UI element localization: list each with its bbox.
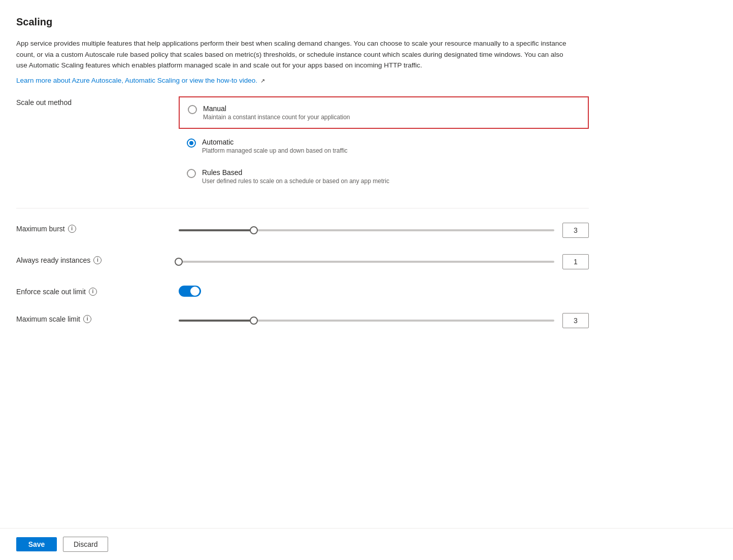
enforce-scale-out-toggle[interactable]: [179, 286, 201, 297]
scale-out-method-row: Scale out method Manual Maintain a const…: [16, 96, 589, 192]
enforce-scale-out-toggle-container: [179, 286, 589, 297]
always-ready-info-icon[interactable]: i: [93, 256, 102, 264]
maximum-burst-info-icon[interactable]: i: [68, 225, 76, 233]
maximum-burst-slider-row: 3: [179, 223, 589, 238]
maximum-burst-label: Maximum burst i: [16, 223, 179, 233]
bottom-bar: Save Discard: [0, 528, 733, 560]
radio-automatic-desc: Platform managed scale up and down based…: [202, 147, 348, 154]
maximum-burst-value[interactable]: 3: [562, 223, 589, 238]
radio-manual[interactable]: [188, 105, 197, 114]
maximum-scale-limit-control: 3: [179, 313, 589, 328]
external-link-icon: ↗: [260, 78, 265, 84]
radio-rules-based-label: Rules Based: [202, 168, 389, 177]
scale-out-control: Manual Maintain a constant instance coun…: [179, 96, 589, 192]
radio-option-manual[interactable]: Manual Maintain a constant instance coun…: [179, 96, 589, 129]
save-button[interactable]: Save: [16, 537, 57, 551]
enforce-scale-out-info-icon[interactable]: i: [89, 288, 97, 296]
maximum-scale-limit-row: Maximum scale limit i 3: [16, 313, 589, 328]
radio-manual-label: Manual: [203, 104, 350, 113]
always-ready-row: Always ready instances i 1: [16, 254, 589, 269]
page-title: Scaling: [16, 16, 589, 28]
radio-option-automatic[interactable]: Automatic Platform managed scale up and …: [179, 131, 589, 161]
maximum-burst-control: 3: [179, 223, 589, 238]
learn-more-link[interactable]: Learn more about Azure Autoscale, Automa…: [16, 77, 257, 84]
maximum-scale-limit-slider[interactable]: [179, 320, 554, 322]
maximum-burst-row: Maximum burst i 3: [16, 223, 589, 238]
enforce-scale-out-control: [179, 286, 589, 297]
scale-out-label: Scale out method: [16, 96, 179, 107]
always-ready-value[interactable]: 1: [562, 254, 589, 269]
always-ready-slider[interactable]: [179, 261, 554, 263]
maximum-burst-slider[interactable]: [179, 229, 554, 231]
enforce-scale-out-row: Enforce scale out limit i: [16, 286, 589, 297]
always-ready-label: Always ready instances i: [16, 254, 179, 264]
always-ready-slider-row: 1: [179, 254, 589, 269]
scale-out-radio-group: Manual Maintain a constant instance coun…: [179, 96, 589, 192]
radio-option-rules-based[interactable]: Rules Based User defined rules to scale …: [179, 161, 589, 192]
maximum-scale-limit-info-icon[interactable]: i: [83, 315, 91, 323]
maximum-scale-limit-label: Maximum scale limit i: [16, 313, 179, 323]
radio-manual-desc: Maintain a constant instance count for y…: [203, 114, 350, 121]
radio-rules-based-desc: User defined rules to scale on a schedul…: [202, 178, 389, 185]
toggle-knob: [190, 287, 199, 296]
radio-rules-based[interactable]: [187, 169, 196, 178]
discard-button[interactable]: Discard: [63, 537, 108, 552]
radio-automatic[interactable]: [187, 138, 196, 148]
maximum-scale-limit-slider-row: 3: [179, 313, 589, 328]
page-description: App service provides multiple features t…: [16, 38, 575, 71]
enforce-scale-out-label: Enforce scale out limit i: [16, 286, 179, 296]
always-ready-control: 1: [179, 254, 589, 269]
maximum-scale-limit-value[interactable]: 3: [562, 313, 589, 328]
radio-automatic-label: Automatic: [202, 138, 348, 146]
